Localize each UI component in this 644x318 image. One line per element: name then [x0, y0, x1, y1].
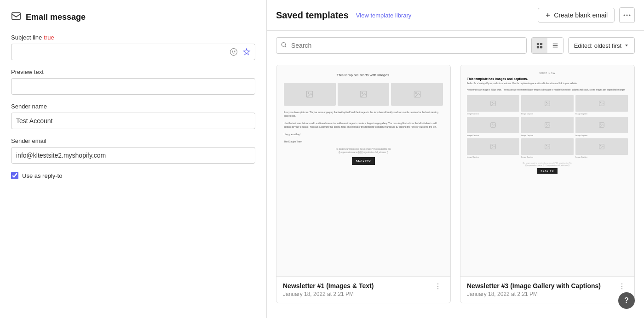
svg-point-7	[282, 43, 285, 46]
template-card-1[interactable]: This template starts with images.	[276, 65, 451, 303]
subject-line-label: Subject line true	[11, 34, 255, 41]
template-footer-1: Newsletter #1 (Images & Text) January 18…	[276, 277, 450, 303]
svg-point-18	[437, 284, 438, 284]
svg-point-36	[546, 145, 547, 146]
svg-point-32	[600, 124, 601, 125]
emoji-button[interactable]	[229, 47, 239, 57]
svg-point-17	[415, 92, 416, 93]
sender-name-input[interactable]	[11, 113, 255, 129]
svg-point-39	[621, 284, 622, 284]
sender-email-group: Sender email	[11, 137, 255, 164]
ai-sparkle-button[interactable]	[242, 47, 252, 57]
svg-point-15	[362, 92, 362, 93]
search-box	[276, 37, 527, 54]
help-button[interactable]: ?	[618, 292, 635, 309]
templates-grid: This template starts with images.	[267, 60, 644, 312]
sender-name-group: Sender name	[11, 103, 255, 129]
svg-point-34	[492, 145, 493, 146]
subject-line-input[interactable]	[11, 44, 255, 60]
svg-point-38	[600, 145, 601, 146]
search-filters-bar: Edited: oldest first	[267, 31, 644, 60]
sender-email-label: Sender email	[11, 137, 255, 144]
view-toggle	[531, 37, 564, 54]
sort-dropdown[interactable]: Edited: oldest first	[568, 37, 635, 54]
svg-point-20	[437, 288, 438, 289]
svg-point-22	[492, 102, 493, 103]
template-name-2: Newsletter #3 (Image Gallery with Captio…	[467, 282, 601, 290]
sender-email-input[interactable]	[11, 147, 255, 164]
template-footer-2: Newsletter #3 (Image Gallery with Captio…	[460, 277, 634, 303]
left-header: Email message	[11, 11, 255, 23]
more-options-button[interactable]	[619, 7, 635, 23]
template-1-more-button[interactable]	[432, 282, 444, 292]
view-template-library-link[interactable]: View template library	[356, 12, 411, 19]
svg-rect-9	[540, 43, 542, 45]
preview-text-input-wrapper	[11, 78, 255, 95]
svg-point-40	[621, 286, 622, 287]
template-card-2[interactable]: SHOP NOW This template has images and ca…	[460, 65, 635, 303]
search-input[interactable]	[276, 37, 527, 54]
svg-point-41	[621, 288, 622, 289]
preview-text-group: Preview text	[11, 68, 255, 95]
search-icon	[281, 42, 287, 50]
right-panel: Saved templates View template library Cr…	[267, 0, 644, 318]
svg-point-26	[600, 102, 601, 103]
sender-name-input-wrapper	[11, 113, 255, 129]
template-name-1: Newsletter #1 (Images & Text)	[283, 282, 374, 290]
page-title: Email message	[26, 12, 86, 22]
template-preview-1: This template starts with images.	[276, 65, 450, 277]
reply-to-label[interactable]: Use as reply-to	[22, 172, 62, 179]
create-blank-email-button[interactable]: Create blank email	[538, 8, 615, 23]
svg-rect-8	[537, 43, 539, 45]
sender-email-input-wrapper	[11, 147, 255, 164]
template-date-2: January 18, 2022 at 2:21 PM	[467, 291, 601, 297]
svg-point-19	[437, 286, 438, 287]
svg-point-6	[629, 15, 631, 16]
template-2-more-button[interactable]	[616, 282, 628, 292]
subject-line-group: Subject line true	[11, 34, 255, 60]
svg-rect-11	[540, 46, 542, 48]
template-date-1: January 18, 2022 at 2:21 PM	[283, 291, 374, 297]
grid-view-button[interactable]	[532, 38, 547, 53]
svg-point-4	[624, 15, 625, 16]
svg-point-2	[232, 51, 233, 52]
svg-point-28	[492, 124, 493, 125]
svg-point-24	[546, 102, 547, 103]
reply-to-checkbox[interactable]	[11, 172, 18, 179]
svg-point-3	[235, 51, 236, 52]
email-icon	[11, 11, 21, 23]
svg-point-5	[627, 15, 628, 16]
required-indicator: true	[44, 34, 54, 41]
svg-point-1	[230, 49, 237, 56]
list-view-button[interactable]	[547, 38, 563, 53]
sender-name-label: Sender name	[11, 103, 255, 110]
svg-point-13	[308, 92, 309, 93]
left-panel: Email message Subject line true	[0, 0, 267, 318]
reply-to-row: Use as reply-to	[11, 172, 255, 179]
right-header: Saved templates View template library Cr…	[267, 0, 644, 31]
preview-text-label: Preview text	[11, 68, 255, 75]
subject-line-input-wrapper	[11, 44, 255, 60]
templates-title: Saved templates	[276, 10, 349, 21]
svg-rect-0	[12, 13, 20, 20]
template-preview-2: SHOP NOW This template has images and ca…	[460, 65, 634, 277]
svg-rect-10	[537, 46, 539, 48]
svg-point-30	[546, 124, 547, 125]
preview-text-input[interactable]	[11, 78, 255, 95]
